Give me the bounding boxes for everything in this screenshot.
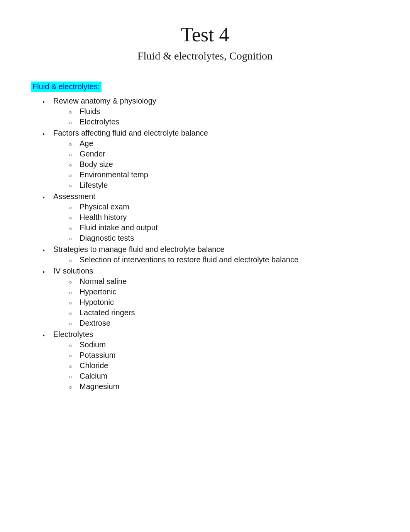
main-list: Review anatomy & physiologyFluidsElectro… [31,97,379,391]
sub-list-item-1-3: Environmental temp [69,170,379,179]
section-heading-highlight: Fluid & electrolytes: [31,82,379,97]
main-list-item-label-1: Factors affecting fluid and electrolyte … [53,129,208,137]
main-list-item-5: ElectrolytesSodiumPotassiumChlorideCalci… [42,330,379,391]
main-list-item-label-4: IV solutions [53,267,93,275]
sub-list-item-4-1: Hypertonic [69,287,379,296]
main-list-item-2: AssessmentPhysical examHealth historyFlu… [42,192,379,243]
sub-list-item-2-1: Health history [69,213,379,222]
main-list-item-label-3: Strategies to manage fluid and electroly… [53,245,225,253]
page-title: Test 4 [31,23,379,46]
sub-list-item-1-1: Gender [69,150,379,158]
main-list-item-4: IV solutionsNormal salineHypertonicHypot… [42,267,379,328]
sub-list-item-3-0: Selection of interventions to restore fl… [69,255,379,264]
sub-list-4: Normal salineHypertonicHypotonicLactated… [53,277,379,328]
sub-list-item-5-2: Chloride [69,361,379,370]
sub-list-item-5-1: Potassium [69,351,379,360]
main-list-item-label-5: Electrolytes [53,330,93,338]
sub-list-item-4-3: Lactated ringers [69,308,379,317]
sub-list-item-2-0: Physical exam [69,202,379,211]
sub-list-item-5-3: Calcium [69,372,379,381]
page-subtitle: Fluid & electrolytes, Cognition [31,50,379,62]
sub-list-item-4-2: Hypotonic [69,298,379,307]
sub-list-item-0-1: Electrolytes [69,117,379,126]
sub-list-0: FluidsElectrolytes [53,107,379,126]
main-list-item-label-0: Review anatomy & physiology [53,97,156,105]
sub-list-item-1-0: Age [69,139,379,148]
sub-list-item-2-3: Diagnostic tests [69,234,379,243]
sub-list-item-5-0: Sodium [69,340,379,349]
main-list-item-0: Review anatomy & physiologyFluidsElectro… [42,97,379,126]
sub-list-2: Physical examHealth historyFluid intake … [53,202,379,243]
sub-list-item-0-0: Fluids [69,107,379,116]
sub-list-item-4-4: Dextrose [69,319,379,328]
sub-list-item-1-2: Body size [69,160,379,169]
sub-list-5: SodiumPotassiumChlorideCalciumMagnesium [53,340,379,391]
sub-list-item-5-4: Magnesium [69,382,379,391]
main-list-item-label-2: Assessment [53,192,95,201]
main-list-item-1: Factors affecting fluid and electrolyte … [42,129,379,190]
sub-list-3: Selection of interventions to restore fl… [53,255,379,264]
sub-list-1: AgeGenderBody sizeEnvironmental tempLife… [53,139,379,190]
main-list-item-3: Strategies to manage fluid and electroly… [42,245,379,264]
sub-list-item-2-2: Fluid intake and output [69,223,379,232]
sub-list-item-4-0: Normal saline [69,277,379,286]
sub-list-item-1-4: Lifestyle [69,181,379,190]
section-heading: Fluid & electrolytes: [31,82,102,92]
